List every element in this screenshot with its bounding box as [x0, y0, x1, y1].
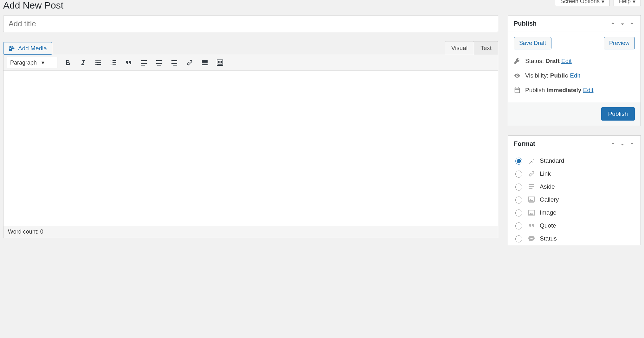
- format-option-quote[interactable]: Quote: [514, 219, 635, 232]
- post-content-textarea[interactable]: [3, 71, 498, 226]
- svg-rect-22: [171, 63, 177, 64]
- format-option-image[interactable]: Image: [514, 206, 635, 219]
- page-title: Add New Post: [3, 0, 641, 11]
- aside-icon: [528, 183, 535, 191]
- svg-rect-39: [529, 202, 534, 203]
- visibility-label: Visibility: Public Edit: [525, 72, 580, 79]
- svg-rect-29: [220, 61, 221, 62]
- image-icon: [528, 209, 535, 216]
- toggle-panel-icon[interactable]: [629, 21, 635, 27]
- align-center-button[interactable]: [154, 58, 164, 67]
- quote-icon: [528, 222, 535, 229]
- numbered-list-button[interactable]: 123: [109, 58, 118, 67]
- svg-rect-13: [141, 62, 145, 62]
- italic-button[interactable]: [78, 58, 88, 67]
- format-box: Format Standard: [508, 135, 641, 245]
- edit-visibility-link[interactable]: Edit: [570, 72, 580, 79]
- status-icon: [528, 235, 535, 242]
- svg-rect-25: [202, 62, 208, 63]
- chevron-down-icon: ▾: [633, 0, 635, 5]
- svg-rect-23: [173, 65, 177, 66]
- key-icon: [514, 58, 521, 65]
- publish-box-title: Publish: [514, 20, 537, 27]
- svg-rect-15: [141, 65, 145, 66]
- svg-rect-26: [202, 64, 208, 65]
- svg-rect-16: [156, 60, 162, 61]
- svg-rect-11: [113, 64, 116, 65]
- editor-toolbar: Paragraph▾ 123: [3, 55, 498, 71]
- svg-rect-37: [529, 188, 532, 189]
- svg-point-1: [95, 62, 97, 63]
- format-radio[interactable]: [515, 158, 522, 165]
- svg-rect-21: [173, 62, 177, 62]
- svg-rect-10: [113, 62, 116, 63]
- edit-status-link[interactable]: Edit: [561, 58, 572, 64]
- link-button[interactable]: [185, 58, 194, 67]
- align-right-button[interactable]: [170, 58, 179, 67]
- svg-rect-31: [218, 62, 219, 63]
- svg-rect-12: [141, 60, 147, 61]
- chevron-down-icon: ▾: [42, 59, 44, 66]
- svg-rect-17: [157, 62, 161, 62]
- move-down-icon[interactable]: [620, 21, 625, 27]
- tab-text[interactable]: Text: [474, 41, 498, 55]
- svg-point-43: [532, 238, 533, 239]
- pin-icon: [528, 157, 535, 165]
- svg-rect-3: [97, 60, 101, 61]
- link-icon: [528, 170, 535, 178]
- media-icon: [9, 45, 16, 52]
- status-label: Status: Draft Edit: [525, 58, 572, 65]
- format-radio[interactable]: [515, 184, 522, 191]
- align-left-button[interactable]: [139, 58, 149, 67]
- bullet-list-button[interactable]: [93, 58, 103, 67]
- svg-rect-9: [113, 60, 116, 61]
- move-up-icon[interactable]: [610, 141, 616, 147]
- svg-rect-14: [141, 63, 147, 64]
- format-option-standard[interactable]: Standard: [514, 154, 635, 167]
- help-button[interactable]: Help ▾: [614, 0, 641, 6]
- format-radio[interactable]: [515, 197, 522, 203]
- add-media-button[interactable]: Add Media: [3, 42, 52, 55]
- publish-button[interactable]: Publish: [601, 107, 635, 121]
- format-option-aside[interactable]: Aside: [514, 180, 635, 193]
- move-down-icon[interactable]: [620, 141, 625, 147]
- format-option-link[interactable]: Link: [514, 167, 635, 180]
- format-option-status[interactable]: Status: [514, 232, 635, 245]
- bold-button[interactable]: [63, 58, 73, 67]
- svg-rect-30: [221, 61, 222, 62]
- blockquote-button[interactable]: [124, 58, 133, 67]
- preview-button[interactable]: Preview: [604, 37, 635, 49]
- read-more-button[interactable]: [200, 58, 209, 67]
- svg-point-0: [95, 60, 97, 61]
- svg-point-41: [530, 238, 531, 239]
- format-option-gallery[interactable]: Gallery: [514, 193, 635, 206]
- format-radio[interactable]: [515, 235, 522, 242]
- format-radio[interactable]: [515, 222, 522, 229]
- toolbar-toggle-button[interactable]: [215, 58, 225, 67]
- editor-box: Paragraph▾ 123 Word count: 0: [3, 55, 498, 238]
- svg-rect-18: [156, 63, 162, 64]
- gallery-icon: [528, 196, 535, 203]
- format-radio[interactable]: [515, 210, 522, 216]
- save-draft-button[interactable]: Save Draft: [514, 37, 551, 49]
- schedule-label: Publish immediately Edit: [525, 87, 593, 94]
- format-radio[interactable]: [515, 171, 522, 178]
- toggle-panel-icon[interactable]: [629, 141, 635, 147]
- svg-rect-36: [529, 186, 534, 187]
- svg-rect-20: [171, 60, 177, 61]
- publish-box: Publish Save Draft Preview Status: Draf: [508, 15, 641, 126]
- screen-options-button[interactable]: Screen Options ▾: [555, 0, 610, 6]
- svg-text:3: 3: [110, 63, 112, 66]
- svg-rect-28: [218, 61, 219, 62]
- tab-visual[interactable]: Visual: [445, 41, 474, 55]
- format-box-title: Format: [514, 140, 535, 147]
- svg-rect-35: [529, 184, 534, 185]
- format-select[interactable]: Paragraph▾: [7, 57, 57, 68]
- calendar-icon: [514, 87, 521, 94]
- move-up-icon[interactable]: [610, 21, 616, 27]
- svg-point-2: [95, 64, 97, 65]
- edit-schedule-link[interactable]: Edit: [583, 87, 594, 93]
- post-title-input[interactable]: [3, 15, 498, 32]
- svg-rect-34: [218, 64, 222, 65]
- svg-rect-19: [157, 65, 161, 66]
